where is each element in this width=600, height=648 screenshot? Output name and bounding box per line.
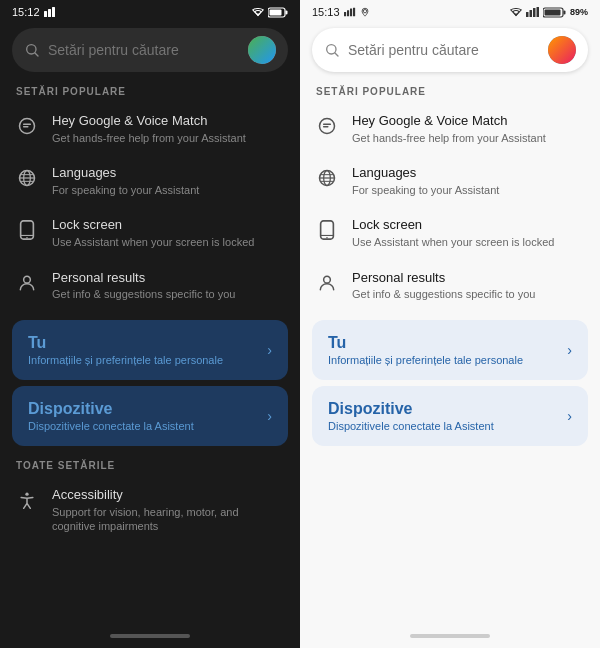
svg-rect-29 xyxy=(563,10,565,14)
svg-rect-14 xyxy=(21,221,34,239)
home-bar-left xyxy=(110,634,190,638)
globe-icon-left xyxy=(16,167,38,189)
svg-rect-39 xyxy=(321,221,334,239)
svg-rect-0 xyxy=(44,11,47,17)
section-header-popular-left: SETĂRI POPULARE xyxy=(0,82,300,103)
settings-item-languages-right[interactable]: Languages For speaking to your Assistant xyxy=(300,155,600,207)
panel-left: 15:12 xyxy=(0,0,300,648)
status-icons-left xyxy=(251,7,288,18)
svg-rect-26 xyxy=(533,8,536,17)
languages-text-left: Languages For speaking to your Assistant xyxy=(52,165,284,197)
signal-icon-right xyxy=(344,7,356,17)
person-icon-right xyxy=(316,272,338,294)
chevron-tu-left: › xyxy=(267,342,272,358)
svg-rect-25 xyxy=(529,10,532,17)
lockscreen-text-left: Lock screen Use Assistant when your scre… xyxy=(52,217,284,249)
person-icon-left xyxy=(16,272,38,294)
status-bar-right: 15:13 xyxy=(300,0,600,22)
search-input-right[interactable] xyxy=(348,42,540,58)
search-icon-left xyxy=(24,42,40,58)
card-dispozitive-right[interactable]: Dispozitive Dispozitivele conectate la A… xyxy=(312,386,588,446)
lte-icon-right xyxy=(526,7,540,17)
svg-rect-19 xyxy=(344,12,346,16)
svg-rect-4 xyxy=(286,10,288,14)
battery-icon-right xyxy=(543,7,567,18)
phone-icon-left xyxy=(16,219,38,241)
accessibility-text-left: Accessibility Support for vision, hearin… xyxy=(52,487,284,533)
svg-rect-24 xyxy=(526,12,529,17)
settings-item-personal-right[interactable]: Personal results Get info & suggestions … xyxy=(300,260,600,312)
settings-item-personal-left[interactable]: Personal results Get info & suggestions … xyxy=(0,260,300,312)
svg-point-8 xyxy=(20,119,35,134)
chat-icon-right xyxy=(316,115,338,137)
personal-text-right: Personal results Get info & suggestions … xyxy=(352,270,584,302)
svg-rect-27 xyxy=(536,7,539,17)
svg-rect-21 xyxy=(350,9,352,17)
svg-point-17 xyxy=(24,276,31,283)
settings-item-accessibility-left[interactable]: Accessibility Support for vision, hearin… xyxy=(0,477,300,543)
chevron-dispozitive-right: › xyxy=(567,408,572,424)
phone-icon-right xyxy=(316,219,338,241)
status-icons-right: 89% xyxy=(509,7,588,18)
svg-point-42 xyxy=(324,276,331,283)
search-icon-right xyxy=(324,42,340,58)
svg-point-33 xyxy=(320,119,335,134)
avatar-right[interactable] xyxy=(548,36,576,64)
status-bar-left: 15:12 xyxy=(0,0,300,22)
svg-point-23 xyxy=(363,10,366,13)
time-right: 15:13 xyxy=(312,6,340,18)
svg-point-41 xyxy=(326,237,327,238)
lockscreen-text-right: Lock screen Use Assistant when your scre… xyxy=(352,217,584,249)
wifi-icon-right xyxy=(509,7,523,17)
settings-item-hey-google-right[interactable]: Hey Google & Voice Match Get hands-free … xyxy=(300,103,600,155)
svg-rect-5 xyxy=(270,9,282,15)
search-input-left[interactable] xyxy=(48,42,240,58)
section-header-all-left: TOATE SETĂRILE xyxy=(0,456,300,477)
hey-google-text-right: Hey Google & Voice Match Get hands-free … xyxy=(352,113,584,145)
section-header-popular-right: SETĂRI POPULARE xyxy=(300,82,600,103)
svg-line-32 xyxy=(335,53,338,56)
settings-item-lockscreen-right[interactable]: Lock screen Use Assistant when your scre… xyxy=(300,207,600,259)
panel-right: 15:13 xyxy=(300,0,600,648)
svg-point-16 xyxy=(26,237,27,238)
chevron-tu-right: › xyxy=(567,342,572,358)
home-bar-right xyxy=(410,634,490,638)
search-bar-right[interactable] xyxy=(312,28,588,72)
hey-google-text-left: Hey Google & Voice Match Get hands-free … xyxy=(52,113,284,145)
time-left: 15:12 xyxy=(12,6,40,18)
accessibility-icon-left xyxy=(16,489,38,511)
languages-text-right: Languages For speaking to your Assistant xyxy=(352,165,584,197)
chat-icon-left xyxy=(16,115,38,137)
sim-icon-left xyxy=(44,7,58,17)
svg-rect-30 xyxy=(544,9,560,15)
wifi-icon-left xyxy=(251,7,265,17)
card-tu-right[interactable]: Tu Informațiile și preferințele tale per… xyxy=(312,320,588,380)
chevron-dispozitive-left: › xyxy=(267,408,272,424)
battery-percent-right: 89% xyxy=(570,7,588,17)
battery-icon-left xyxy=(268,7,288,18)
settings-item-lockscreen-left[interactable]: Lock screen Use Assistant when your scre… xyxy=(0,207,300,259)
globe-icon-right xyxy=(316,167,338,189)
svg-rect-22 xyxy=(353,8,355,17)
settings-item-languages-left[interactable]: Languages For speaking to your Assistant xyxy=(0,155,300,207)
svg-rect-2 xyxy=(52,7,55,17)
card-dispozitive-left[interactable]: Dispozitive Dispozitivele conectate la A… xyxy=(12,386,288,446)
avatar-left[interactable] xyxy=(248,36,276,64)
svg-line-7 xyxy=(35,53,38,56)
search-bar-left[interactable] xyxy=(12,28,288,72)
svg-point-18 xyxy=(25,492,28,495)
maps-icon-right xyxy=(360,7,370,17)
card-tu-left[interactable]: Tu Informațiile și preferințele tale per… xyxy=(12,320,288,380)
svg-rect-20 xyxy=(347,10,349,16)
personal-text-left: Personal results Get info & suggestions … xyxy=(52,270,284,302)
settings-item-hey-google-left[interactable]: Hey Google & Voice Match Get hands-free … xyxy=(0,103,300,155)
svg-rect-1 xyxy=(48,9,51,17)
